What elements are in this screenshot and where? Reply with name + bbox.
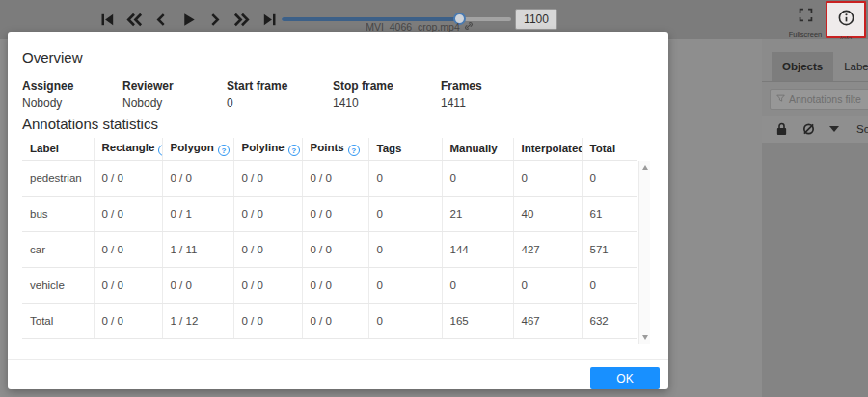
filter-placeholder: Annotations filte (789, 93, 861, 105)
statistics-title: Annotations statistics (22, 116, 158, 132)
toolbar-right-tools: Fullscreen Info (785, 0, 866, 39)
overview-fields: Assignee Nobody Reviewer Nobody Start fr… (22, 79, 482, 110)
sort-label: So (856, 123, 868, 135)
playback-controls (96, 7, 280, 32)
play-button[interactable] (177, 7, 199, 32)
col-manually: Manually (442, 138, 513, 160)
col-tags: Tags (368, 138, 442, 160)
backward-icon (124, 11, 144, 29)
table-row: car0 / 01 / 110 / 00 / 00144427571 (22, 231, 637, 267)
fullscreen-button[interactable]: Fullscreen (785, 0, 826, 39)
objects-sidebar: Objects Labels Annotations filte So (762, 39, 868, 397)
tab-objects[interactable]: Objects (772, 52, 833, 81)
table-row: bus0 / 00 / 10 / 00 / 00214061 (22, 196, 637, 231)
field-value: 0 (227, 96, 333, 110)
link-icon[interactable] (464, 21, 474, 32)
field-label: Frames (441, 79, 482, 93)
scroll-up-icon[interactable] (642, 165, 648, 170)
col-interpolated: Interpolated (513, 138, 582, 160)
col-polyline: Polyline? (233, 138, 302, 160)
field-value: Nobody (122, 96, 227, 110)
info-icon (837, 9, 855, 31)
field-label: Reviewer (122, 79, 227, 93)
first-frame-button[interactable] (96, 7, 118, 32)
col-rectangle: Rectangle? (94, 138, 162, 160)
job-info-modal: Overview Assignee Nobody Reviewer Nobody… (8, 32, 668, 389)
ok-button[interactable]: OK (590, 367, 660, 389)
fullscreen-icon (798, 7, 814, 27)
field-frames: Frames 1411 (441, 79, 482, 110)
field-stop-frame: Stop frame 1410 (333, 79, 441, 110)
table-scrollbar[interactable] (638, 161, 650, 344)
backward-button[interactable] (123, 7, 145, 32)
col-points: Points? (302, 138, 368, 160)
field-value: 1411 (441, 96, 482, 110)
modal-footer: OK (8, 359, 668, 389)
field-label: Stop frame (333, 79, 441, 93)
col-label: Label (22, 138, 94, 160)
field-label: Assignee (22, 79, 122, 93)
sidebar-tabs: Objects Labels (762, 52, 868, 82)
annotations-filter-input[interactable]: Annotations filte (770, 89, 868, 110)
next-frame-icon (206, 11, 224, 29)
help-icon[interactable]: ? (288, 145, 300, 156)
field-label: Start frame (227, 79, 333, 93)
scroll-down-icon[interactable] (642, 335, 648, 340)
objects-list-area (762, 143, 868, 397)
field-value: Nobody (22, 96, 122, 110)
play-icon (179, 11, 198, 29)
field-reviewer: Reviewer Nobody (122, 79, 227, 110)
field-value: 1410 (333, 96, 441, 110)
last-frame-button[interactable] (258, 7, 280, 32)
tab-labels[interactable]: Labels (833, 52, 868, 81)
filter-funnel-icon (776, 93, 785, 105)
forward-icon (232, 11, 252, 29)
help-icon[interactable]: ? (348, 145, 360, 156)
next-frame-button[interactable] (204, 7, 226, 32)
field-assignee: Assignee Nobody (22, 79, 122, 110)
col-total: Total (582, 138, 637, 160)
expand-caret-icon[interactable] (829, 126, 839, 132)
field-start-frame: Start frame 0 (227, 79, 333, 110)
previous-frame-icon (152, 11, 170, 29)
statistics-table: Label Rectangle? Polygon? Polyline? Poin… (22, 138, 650, 344)
lock-icon[interactable] (775, 122, 788, 136)
first-frame-icon (98, 11, 117, 29)
sidebar-actions-row: So (762, 116, 868, 143)
info-button[interactable]: Info (826, 1, 866, 38)
previous-frame-button[interactable] (150, 7, 172, 32)
table-row: vehicle0 / 00 / 00 / 00 / 00000 (22, 267, 637, 303)
table-header-row: Label Rectangle? Polygon? Polyline? Poin… (22, 138, 637, 160)
frame-number-input[interactable]: 1100 (515, 9, 557, 30)
table-row: pedestrian0 / 00 / 00 / 00 / 00000 (22, 160, 637, 196)
table-row-total: Total0 / 01 / 120 / 00 / 00165467632 (22, 303, 637, 338)
forward-button[interactable] (231, 7, 253, 32)
media-filename: MVI_4066_crop.mp4 (318, 21, 521, 32)
fullscreen-label: Fullscreen (789, 30, 823, 39)
col-polygon: Polygon? (162, 138, 233, 160)
help-icon[interactable]: ? (158, 145, 162, 156)
overview-title: Overview (22, 49, 83, 66)
hide-eye-icon[interactable] (801, 122, 816, 136)
last-frame-icon (260, 11, 279, 29)
help-icon[interactable]: ? (218, 145, 230, 156)
